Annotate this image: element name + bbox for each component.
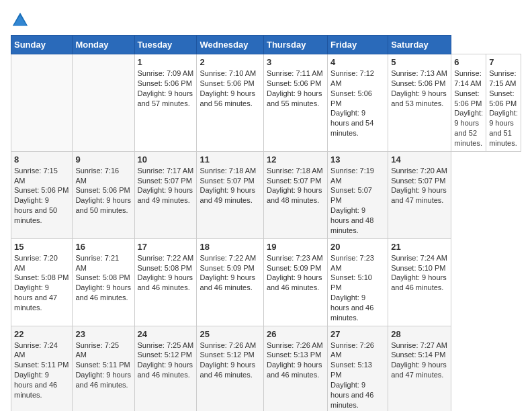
day-info: Sunrise: 7:12 AM Sunset: 5:06 PM Dayligh… [330,68,385,138]
day-number: 6 [454,57,483,67]
day-number: 23 [75,329,131,339]
day-number: 21 [391,242,448,252]
day-number: 10 [138,154,194,165]
day-number: 5 [391,57,448,67]
calendar-table: SundayMondayTuesdayWednesdayThursdayFrid… [11,35,521,411]
day-number: 4 [330,57,385,67]
day-info: Sunrise: 7:26 AM Sunset: 5:13 PM Dayligh… [330,340,385,410]
day-cell-1: 1 Sunrise: 7:09 AM Sunset: 5:06 PM Dayli… [134,54,197,152]
day-cell-16: 16 Sunrise: 7:21 AM Sunset: 5:08 PM Dayl… [73,238,134,326]
day-number: 22 [14,329,69,339]
logo [11,11,32,30]
day-number: 17 [138,242,194,252]
day-cell-21: 21 Sunrise: 7:24 AM Sunset: 5:10 PM Dayl… [388,238,451,326]
day-cell-4: 4 Sunrise: 7:12 AM Sunset: 5:06 PM Dayli… [328,54,388,152]
day-cell-3: 3 Sunrise: 7:11 AM Sunset: 5:06 PM Dayli… [263,54,327,152]
calendar-week-3: 15 Sunrise: 7:20 AM Sunset: 5:08 PM Dayl… [11,238,521,326]
day-info: Sunrise: 7:25 AM Sunset: 5:12 PM Dayligh… [138,340,194,380]
day-number: 28 [391,329,448,339]
day-info: Sunrise: 7:14 AM Sunset: 5:06 PM Dayligh… [454,68,483,148]
day-info: Sunrise: 7:18 AM Sunset: 5:07 PM Dayligh… [200,166,261,205]
day-number: 20 [330,242,385,252]
day-cell-11: 11 Sunrise: 7:18 AM Sunset: 5:07 PM Dayl… [197,151,264,238]
day-info: Sunrise: 7:24 AM Sunset: 5:10 PM Dayligh… [391,253,448,293]
day-number: 24 [138,329,194,339]
day-number: 8 [14,154,69,165]
day-cell-6: 6 Sunrise: 7:14 AM Sunset: 5:06 PM Dayli… [451,54,486,152]
day-number: 16 [75,242,131,252]
day-info: Sunrise: 7:26 AM Sunset: 5:12 PM Dayligh… [200,340,261,380]
day-number: 19 [267,242,324,252]
empty-cell [11,54,73,152]
day-info: Sunrise: 7:24 AM Sunset: 5:11 PM Dayligh… [14,340,69,400]
day-info: Sunrise: 7:11 AM Sunset: 5:06 PM Dayligh… [267,68,324,108]
day-cell-28: 28 Sunrise: 7:27 AM Sunset: 5:14 PM Dayl… [388,326,451,411]
day-info: Sunrise: 7:15 AM Sunset: 5:06 PM Dayligh… [489,68,518,148]
svg-marker-1 [13,15,27,26]
day-info: Sunrise: 7:15 AM Sunset: 5:06 PM Dayligh… [14,166,69,226]
empty-cell [73,54,134,152]
day-info: Sunrise: 7:19 AM Sunset: 5:07 PM Dayligh… [330,166,385,236]
day-cell-24: 24 Sunrise: 7:25 AM Sunset: 5:12 PM Dayl… [134,326,197,411]
day-info: Sunrise: 7:23 AM Sunset: 5:10 PM Dayligh… [330,253,385,323]
day-cell-26: 26 Sunrise: 7:26 AM Sunset: 5:13 PM Dayl… [263,326,327,411]
day-number: 25 [200,329,261,339]
day-cell-15: 15 Sunrise: 7:20 AM Sunset: 5:08 PM Dayl… [11,238,73,326]
calendar-week-2: 8 Sunrise: 7:15 AM Sunset: 5:06 PM Dayli… [11,151,521,238]
day-cell-13: 13 Sunrise: 7:19 AM Sunset: 5:07 PM Dayl… [328,151,388,238]
day-cell-20: 20 Sunrise: 7:23 AM Sunset: 5:10 PM Dayl… [328,238,388,326]
day-number: 27 [330,329,385,339]
day-cell-27: 27 Sunrise: 7:26 AM Sunset: 5:13 PM Dayl… [328,326,388,411]
day-info: Sunrise: 7:18 AM Sunset: 5:07 PM Dayligh… [267,166,324,205]
day-number: 1 [138,57,194,67]
day-cell-7: 7 Sunrise: 7:15 AM Sunset: 5:06 PM Dayli… [486,54,521,152]
day-info: Sunrise: 7:10 AM Sunset: 5:06 PM Dayligh… [200,68,261,108]
day-number: 11 [200,154,261,165]
day-number: 2 [200,57,261,67]
day-info: Sunrise: 7:13 AM Sunset: 5:06 PM Dayligh… [391,68,448,108]
day-info: Sunrise: 7:22 AM Sunset: 5:08 PM Dayligh… [138,253,194,293]
day-info: Sunrise: 7:17 AM Sunset: 5:07 PM Dayligh… [138,166,194,205]
day-info: Sunrise: 7:21 AM Sunset: 5:08 PM Dayligh… [75,253,131,303]
day-number: 13 [330,154,385,165]
calendar-week-1: 1 Sunrise: 7:09 AM Sunset: 5:06 PM Dayli… [11,54,521,152]
day-info: Sunrise: 7:20 AM Sunset: 5:08 PM Dayligh… [14,253,69,313]
day-cell-12: 12 Sunrise: 7:18 AM Sunset: 5:07 PM Dayl… [263,151,327,238]
day-cell-14: 14 Sunrise: 7:20 AM Sunset: 5:07 PM Dayl… [388,151,451,238]
day-info: Sunrise: 7:16 AM Sunset: 5:06 PM Dayligh… [75,166,131,216]
header [11,11,521,30]
day-number: 9 [75,154,131,165]
day-number: 26 [267,329,324,339]
day-info: Sunrise: 7:22 AM Sunset: 5:09 PM Dayligh… [200,253,261,293]
header-saturday: Saturday [388,36,451,54]
day-info: Sunrise: 7:26 AM Sunset: 5:13 PM Dayligh… [267,340,324,380]
day-number: 3 [267,57,324,67]
day-number: 12 [267,154,324,165]
calendar-header-row: SundayMondayTuesdayWednesdayThursdayFrid… [11,36,521,54]
header-tuesday: Tuesday [134,36,197,54]
day-cell-17: 17 Sunrise: 7:22 AM Sunset: 5:08 PM Dayl… [134,238,197,326]
calendar-week-4: 22 Sunrise: 7:24 AM Sunset: 5:11 PM Dayl… [11,326,521,411]
day-number: 7 [489,57,518,67]
day-cell-19: 19 Sunrise: 7:23 AM Sunset: 5:09 PM Dayl… [263,238,327,326]
header-sunday: Sunday [11,36,73,54]
day-cell-10: 10 Sunrise: 7:17 AM Sunset: 5:07 PM Dayl… [134,151,197,238]
day-cell-5: 5 Sunrise: 7:13 AM Sunset: 5:06 PM Dayli… [388,54,451,152]
day-info: Sunrise: 7:09 AM Sunset: 5:06 PM Dayligh… [138,68,194,108]
logo-icon [11,11,30,30]
day-cell-22: 22 Sunrise: 7:24 AM Sunset: 5:11 PM Dayl… [11,326,73,411]
day-number: 15 [14,242,69,252]
day-cell-9: 9 Sunrise: 7:16 AM Sunset: 5:06 PM Dayli… [73,151,134,238]
day-number: 14 [391,154,448,165]
day-cell-2: 2 Sunrise: 7:10 AM Sunset: 5:06 PM Dayli… [197,54,264,152]
day-cell-25: 25 Sunrise: 7:26 AM Sunset: 5:12 PM Dayl… [197,326,264,411]
day-number: 18 [200,242,261,252]
day-cell-23: 23 Sunrise: 7:25 AM Sunset: 5:11 PM Dayl… [73,326,134,411]
day-info: Sunrise: 7:27 AM Sunset: 5:14 PM Dayligh… [391,340,448,380]
header-wednesday: Wednesday [197,36,264,54]
header-thursday: Thursday [263,36,327,54]
header-monday: Monday [73,36,134,54]
day-info: Sunrise: 7:20 AM Sunset: 5:07 PM Dayligh… [391,166,448,205]
day-cell-8: 8 Sunrise: 7:15 AM Sunset: 5:06 PM Dayli… [11,151,73,238]
day-info: Sunrise: 7:25 AM Sunset: 5:11 PM Dayligh… [75,340,131,390]
